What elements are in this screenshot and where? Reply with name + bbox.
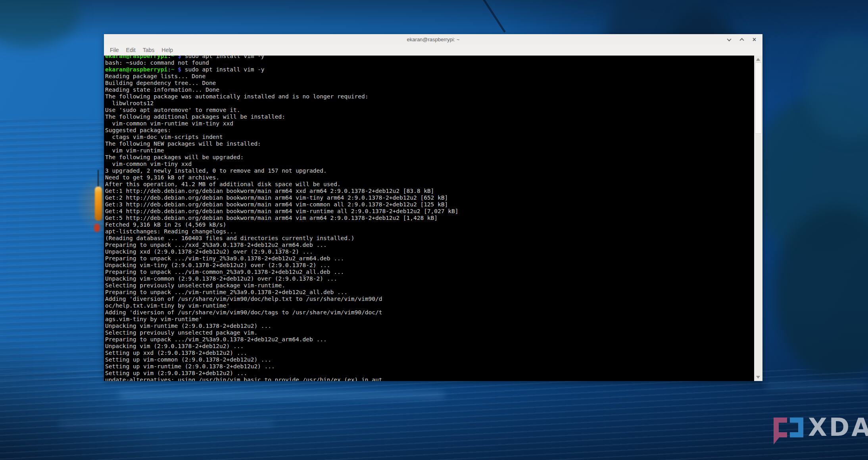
terminal-output-line: Reading package lists... Done [105, 73, 754, 80]
terminal-output-line: Adding 'diversion of /usr/share/vim/vim9… [105, 309, 754, 316]
desktop-background: XDA ekaran@raspberrypi: ~ × FileEditTabs… [0, 0, 868, 460]
terminal-output-line: bash: ~sudo: command not found [105, 60, 754, 66]
terminal-output-line: The following package was automatically … [105, 93, 754, 100]
terminal-output-line: Selecting previously unselected package … [105, 282, 754, 289]
terminal-output-line: 3 upgraded, 2 newly installed, 0 to remo… [105, 167, 754, 174]
terminal-output-line: Setting up xxd (2:9.0.1378-2+deb12u2) ..… [105, 350, 754, 356]
terminal-output-line: vim-common vim-runtime vim-tiny xxd [105, 120, 754, 127]
terminal-output-line: ctags vim-doc vim-scripts indent [105, 134, 754, 141]
terminal-window: ekaran@raspberrypi: ~ × FileEditTabsHelp… [104, 34, 762, 381]
menu-item-tabs[interactable]: Tabs [139, 45, 158, 56]
terminal-output-line: The following packages will be upgraded: [105, 154, 754, 161]
lantern-flame [95, 187, 102, 221]
window-title: ekaran@raspberrypi: ~ [104, 34, 762, 45]
scroll-down-icon[interactable] [756, 376, 760, 379]
terminal-command-line: ekaran@raspberrypi:~ $ sudo apt install … [105, 56, 754, 60]
menu-item-edit[interactable]: Edit [123, 45, 139, 56]
terminal-output-line: oc/help.txt.vim-tiny by vim-runtime' [105, 302, 754, 309]
terminal-output-line: Unpacking vim-common (2:9.0.1378-2+deb12… [105, 275, 754, 282]
terminal-output-line: Get:2 http://deb.debian.org/debian bookw… [105, 194, 754, 201]
terminal-output-line: vim vim-runtime [105, 147, 754, 154]
titlebar[interactable]: ekaran@raspberrypi: ~ × [104, 34, 762, 45]
terminal-output-line: Suggested packages: [105, 127, 754, 134]
terminal-output-line: Preparing to unpack .../vim_2%3a9.0.1378… [105, 336, 754, 343]
water-ripples [0, 119, 104, 381]
chevron-down-icon [727, 37, 731, 41]
terminal-command-line: ekaran@raspberrypi:~ $ sudo apt install … [105, 66, 754, 73]
terminal-output-line: Setting up vim (2:9.0.1378-2+deb12u2) ..… [105, 370, 754, 377]
terminal-output-line: Reading state information... Done [105, 87, 754, 93]
close-icon: × [753, 37, 756, 42]
terminal-output-line: After this operation, 41.2 MB of additio… [105, 181, 754, 188]
shade-button[interactable] [726, 37, 732, 42]
terminal-output-line: Get:4 http://deb.debian.org/debian bookw… [105, 208, 754, 215]
menu-item-help[interactable]: Help [158, 45, 177, 56]
terminal-output-line: Unpacking xxd (2:9.0.1378-2+deb12u2) ove… [105, 248, 754, 255]
terminal-output-line: update-alternatives: using /usr/bin/vim.… [105, 377, 754, 381]
terminal-output-line: Get:3 http://deb.debian.org/debian bookw… [105, 201, 754, 208]
terminal-output-line: Preparing to unpack .../vim-runtime_2%3a… [105, 289, 754, 296]
terminal-output-line: Preparing to unpack .../vim-tiny_2%3a9.0… [105, 255, 754, 262]
menubar: FileEditTabsHelp [104, 45, 762, 56]
terminal-output-line: Unpacking vim (2:9.0.1378-2+deb12u2) ... [105, 343, 754, 350]
scrollbar-thumb[interactable] [755, 62, 762, 134]
terminal-output-line: Unpacking vim-runtime (2:9.0.1378-2+deb1… [105, 323, 754, 329]
scroll-up-icon[interactable] [756, 58, 760, 61]
maximize-button[interactable] [739, 37, 744, 42]
menu-item-file[interactable]: File [106, 45, 123, 56]
terminal-output-line: apt-listchanges: Reading changelogs... [105, 228, 754, 235]
terminal-output-line: (Reading database ... 160403 files and d… [105, 235, 754, 242]
water-light-streak [60, 422, 274, 426]
lantern-red-reflection [94, 223, 100, 232]
terminal-viewport[interactable]: ekaran@raspberrypi:~ $ sudo apt install … [104, 56, 754, 381]
terminal-output-line: Get:5 http://deb.debian.org/debian bookw… [105, 215, 754, 221]
terminal-output-line: Use 'sudo apt autoremove' to remove it. [105, 107, 754, 114]
terminal-output-line: Setting up vim-runtime (2:9.0.1378-2+deb… [105, 363, 754, 370]
close-button[interactable]: × [752, 37, 757, 42]
water-ripples [0, 369, 868, 460]
xda-logo-text: XDA [808, 418, 868, 437]
xda-left-bracket-icon [774, 418, 787, 437]
terminal-output-line: Setting up vim-common (2:9.0.1378-2+deb1… [105, 356, 754, 363]
terminal-output-line: Get:1 http://deb.debian.org/debian bookw… [105, 188, 754, 194]
xda-watermark: XDA [774, 418, 868, 437]
scrollbar[interactable] [754, 56, 762, 381]
terminal-output-line: Adding 'diversion of /usr/share/vim/vim9… [105, 296, 754, 302]
window-controls: × [726, 34, 757, 45]
terminal-output-line: Fetched 9,316 kB in 2s (4,569 kB/s) [105, 221, 754, 228]
terminal-area: ekaran@raspberrypi:~ $ sudo apt install … [104, 56, 762, 381]
terminal-output-line: The following NEW packages will be insta… [105, 141, 754, 147]
terminal-output-line: Building dependency tree... Done [105, 80, 754, 87]
terminal-output-line: ags.vim-tiny by vim-runtime' [105, 316, 754, 323]
water-light-streak [119, 392, 444, 398]
terminal-output-line: Preparing to unpack .../xxd_2%3a9.0.1378… [105, 242, 754, 248]
terminal-output-line: Unpacking vim-tiny (2:9.0.1378-2+deb12u2… [105, 262, 754, 269]
terminal-output-line: Need to get 9,316 kB of archives. [105, 174, 754, 181]
terminal-output-line: libwlroots12 [105, 100, 754, 107]
terminal-output-line: vim-common vim-tiny xxd [105, 161, 754, 167]
water-light-streak [766, 383, 868, 389]
terminal-output-line: Preparing to unpack .../vim-common_2%3a9… [105, 269, 754, 275]
terminal-output-line: The following additional packages will b… [105, 114, 754, 120]
xda-right-bracket-icon [790, 418, 803, 437]
terminal-output-line: Selecting previously unselected package … [105, 329, 754, 336]
chevron-up-icon [739, 38, 744, 42]
